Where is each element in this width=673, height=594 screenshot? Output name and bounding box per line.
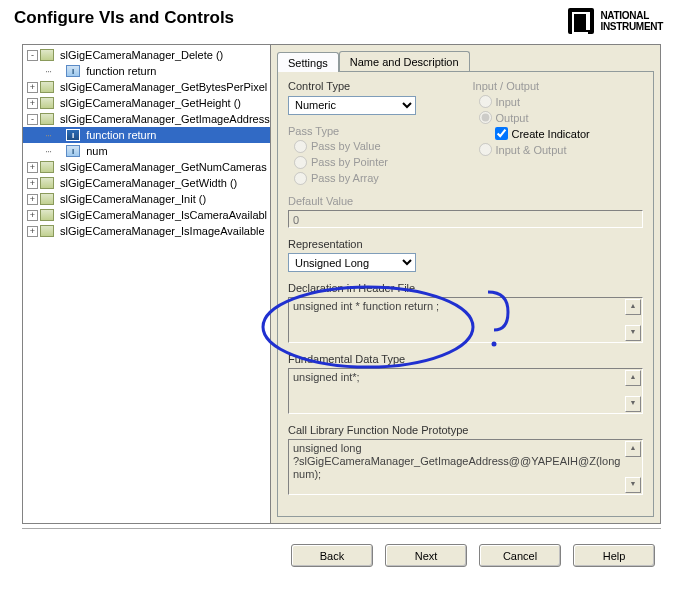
scroll-down-icon[interactable]: ▼ (625, 477, 641, 493)
default-value-field: 0 (288, 210, 643, 228)
scroll-up-icon[interactable]: ▲ (625, 370, 641, 386)
tree-item-label: slGigECameraManager_Delete () (58, 48, 225, 62)
tree-item[interactable]: +slGigECameraManager_IsImageAvailable (23, 223, 270, 239)
ni-logo: NATIONALINSTRUMENT (568, 8, 663, 34)
representation-label: Representation (288, 238, 643, 250)
tree-item-label: slGigECameraManager_Init () (58, 192, 208, 206)
output-radio: Output (479, 111, 644, 124)
scroll-down-icon[interactable]: ▼ (625, 325, 641, 341)
back-button[interactable]: Back (291, 544, 373, 567)
tree-expander[interactable]: - (27, 114, 38, 125)
function-icon (40, 209, 54, 221)
tree-item-label: slGigECameraManager_GetWidth () (58, 176, 239, 190)
function-tree[interactable]: -slGigECameraManager_Delete ()···Ifuncti… (23, 45, 271, 523)
scroll-down-icon[interactable]: ▼ (625, 396, 641, 412)
param-icon: I (66, 65, 80, 77)
function-icon (40, 97, 54, 109)
pass-by-array-radio: Pass by Array (294, 172, 459, 185)
function-icon (40, 161, 54, 173)
function-icon (40, 225, 54, 237)
detail-pane: Settings Name and Description Control Ty… (271, 45, 660, 523)
tree-item-label: slGigECameraManager_GetImageAddress (58, 112, 271, 126)
tab-name-description[interactable]: Name and Description (339, 51, 470, 71)
button-bar: Back Next Cancel Help (0, 530, 673, 567)
tree-item-label: function return (84, 64, 158, 78)
tree-item-label: slGigECameraManager_IsCameraAvailabl (58, 208, 269, 222)
fundamental-field: unsigned int*; ▲▼ (288, 368, 643, 414)
prototype-field: unsigned long?slGigECameraManager_GetIma… (288, 439, 643, 495)
next-button[interactable]: Next (385, 544, 467, 567)
tree-item[interactable]: ···Ifunction return (23, 127, 270, 143)
default-value-label: Default Value (288, 195, 643, 207)
scroll-up-icon[interactable]: ▲ (625, 441, 641, 457)
tree-expander[interactable]: + (27, 98, 38, 109)
page-title: Configure VIs and Controls (14, 8, 234, 28)
tree-item-label: slGigECameraManager_GetBytesPerPixel (58, 80, 269, 94)
declaration-field: unsigned int * function return ; ▲▼ (288, 297, 643, 343)
tree-item[interactable]: +slGigECameraManager_GetWidth () (23, 175, 270, 191)
tree-expander[interactable]: - (27, 50, 38, 61)
tree-item-label: num (84, 144, 109, 158)
main-content: -slGigECameraManager_Delete ()···Ifuncti… (22, 44, 661, 524)
function-icon (40, 177, 54, 189)
tree-item[interactable]: -slGigECameraManager_GetImageAddress (23, 111, 270, 127)
prototype-label: Call Library Function Node Prototype (288, 424, 643, 436)
tree-expander[interactable]: + (27, 82, 38, 93)
tree-item[interactable]: +slGigECameraManager_IsCameraAvailabl (23, 207, 270, 223)
param-icon: I (66, 145, 80, 157)
control-type-label: Control Type (288, 80, 459, 92)
tree-expander[interactable]: + (27, 178, 38, 189)
tree-item[interactable]: +slGigECameraManager_GetHeight () (23, 95, 270, 111)
fundamental-label: Fundamental Data Type (288, 353, 643, 365)
tree-item-label: function return (84, 128, 158, 142)
cancel-button[interactable]: Cancel (479, 544, 561, 567)
tree-item-label: slGigECameraManager_GetHeight () (58, 96, 243, 110)
declaration-label: Declaration in Header File (288, 282, 643, 294)
control-type-select[interactable]: Numeric (288, 96, 416, 115)
input-output-label: Input / Output (473, 80, 644, 92)
tree-expander[interactable]: + (27, 226, 38, 237)
function-icon (40, 113, 54, 125)
tree-item-label: slGigECameraManager_IsImageAvailable (58, 224, 267, 238)
tree-item[interactable]: ···Ifunction return (23, 63, 270, 79)
representation-select[interactable]: Unsigned Long (288, 253, 416, 272)
tree-item[interactable]: +slGigECameraManager_GetNumCameras (23, 159, 270, 175)
tree-item[interactable]: ···Inum (23, 143, 270, 159)
input-radio: Input (479, 95, 644, 108)
param-icon: I (66, 129, 80, 141)
tree-item-label: slGigECameraManager_GetNumCameras (58, 160, 269, 174)
pass-by-value-radio: Pass by Value (294, 140, 459, 153)
tree-item[interactable]: +slGigECameraManager_Init () (23, 191, 270, 207)
tab-settings[interactable]: Settings (277, 52, 339, 72)
pass-by-pointer-radio: Pass by Pointer (294, 156, 459, 169)
create-indicator-checkbox[interactable]: Create Indicator (495, 127, 644, 140)
function-icon (40, 81, 54, 93)
pass-type-label: Pass Type (288, 125, 459, 137)
function-icon (40, 49, 54, 61)
input-and-output-radio: Input & Output (479, 143, 644, 156)
help-button[interactable]: Help (573, 544, 655, 567)
function-icon (40, 193, 54, 205)
tree-expander[interactable]: + (27, 194, 38, 205)
tree-expander[interactable]: + (27, 162, 38, 173)
tree-item[interactable]: +slGigECameraManager_GetBytesPerPixel (23, 79, 270, 95)
ni-logo-icon (568, 8, 594, 34)
tree-item[interactable]: -slGigECameraManager_Delete () (23, 47, 270, 63)
tree-expander[interactable]: + (27, 210, 38, 221)
scroll-up-icon[interactable]: ▲ (625, 299, 641, 315)
